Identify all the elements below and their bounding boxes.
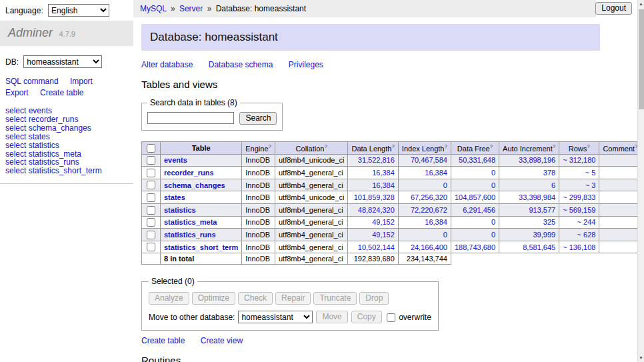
sidebar-table-link[interactable]: select recorder_runs bbox=[5, 115, 133, 124]
create-links: Create table Create view bbox=[141, 336, 600, 345]
cell-auto-increment: 39,999 bbox=[499, 229, 559, 241]
copy-button[interactable]: Copy bbox=[351, 311, 382, 323]
scroll-down-icon[interactable]: ▼ bbox=[638, 354, 644, 362]
adminer-screen: Language: English Adminer 4.7.9 DB: home… bbox=[0, 0, 644, 362]
bulk-action-button[interactable]: Repair bbox=[275, 292, 311, 305]
cell-data-length: 49,152 bbox=[348, 216, 398, 229]
search-button[interactable]: Search bbox=[239, 112, 277, 125]
rows-count-link[interactable]: ~ 628 bbox=[577, 231, 596, 239]
column-help-link[interactable]: ? bbox=[587, 143, 589, 149]
bulk-action-button[interactable]: Check bbox=[238, 292, 273, 305]
database-schema-link[interactable]: Database schema bbox=[209, 60, 273, 69]
topbar: MySQL » Server » Database: homeassistant… bbox=[133, 0, 637, 17]
table-name-link[interactable]: statistics_short_term bbox=[164, 243, 238, 251]
cell-data-free: 104,857,600 bbox=[451, 191, 499, 204]
create-table-sidebar-link[interactable]: Create table bbox=[40, 88, 83, 97]
alter-database-link[interactable]: Alter database bbox=[141, 60, 193, 69]
cell-data-length: 16,384 bbox=[348, 179, 398, 191]
row-checkbox[interactable] bbox=[147, 193, 155, 202]
create-table-link[interactable]: Create table bbox=[141, 336, 185, 345]
bulk-action-button[interactable]: Truncate bbox=[313, 292, 357, 305]
table-name-link[interactable]: schema_changes bbox=[164, 181, 225, 189]
rows-count-link[interactable]: ~ 569,159 bbox=[563, 206, 595, 214]
cell-collation: utf8mb4_general_ci bbox=[275, 179, 348, 191]
sql-command-link[interactable]: SQL command bbox=[5, 77, 59, 86]
rows-count-link[interactable]: ~ 5 bbox=[585, 169, 596, 177]
cell-index-length: 70,467,584 bbox=[398, 154, 451, 167]
cell-engine: InnoDB bbox=[242, 229, 275, 241]
row-checkbox[interactable] bbox=[147, 206, 155, 215]
row-checkbox[interactable] bbox=[147, 181, 155, 189]
cell-data-length: 49,152 bbox=[348, 229, 398, 241]
rows-count-link[interactable]: ~ 299,833 bbox=[563, 193, 595, 201]
db-selector-row: DB: homeassistant bbox=[0, 46, 133, 68]
row-checkbox[interactable] bbox=[147, 243, 155, 251]
overwrite-label: overwrite bbox=[399, 313, 431, 322]
table-name-link[interactable]: statistics_meta bbox=[164, 218, 217, 226]
move-db-select[interactable]: homeassistant bbox=[238, 311, 313, 323]
move-row: Move to other database: homeassistant Mo… bbox=[149, 311, 431, 323]
logout-button[interactable]: Logout bbox=[595, 2, 632, 15]
cell-auto-increment: 33,898,196 bbox=[499, 154, 559, 167]
bulk-action-button[interactable]: Drop bbox=[359, 292, 389, 305]
breadcrumb-server-link[interactable]: Server bbox=[179, 4, 203, 13]
bulk-action-button[interactable]: Analyze bbox=[149, 292, 189, 305]
table-name-link[interactable]: statistics bbox=[164, 206, 196, 214]
export-link[interactable]: Export bbox=[5, 88, 29, 97]
sidebar: Language: English Adminer 4.7.9 DB: home… bbox=[0, 0, 133, 184]
sidebar-table-link[interactable]: select statistics bbox=[5, 141, 133, 150]
row-checkbox[interactable] bbox=[147, 156, 155, 165]
tables-views-heading: Tables and views bbox=[141, 79, 600, 90]
cell-collation: utf8mb4_unicode_ci bbox=[275, 191, 348, 204]
privileges-link[interactable]: Privileges bbox=[289, 60, 323, 69]
table-name-link[interactable]: statistics_runs bbox=[164, 231, 216, 239]
rows-count-link[interactable]: ~ 312,180 bbox=[563, 156, 595, 164]
col-header-comment: Comment? bbox=[599, 142, 637, 155]
overwrite-checkbox[interactable] bbox=[387, 313, 395, 322]
cell-index-length: 0 bbox=[398, 229, 451, 241]
table-name-link[interactable]: events bbox=[164, 156, 187, 164]
col-header-data-length: Data Length? bbox=[348, 142, 398, 155]
column-help-link[interactable]: ? bbox=[444, 143, 447, 149]
row-checkbox[interactable] bbox=[147, 231, 155, 239]
table-row: events InnoDB utf8mb4_unicode_ci 31,522,… bbox=[142, 154, 638, 167]
row-checkbox[interactable] bbox=[147, 169, 155, 177]
column-help-link[interactable]: ? bbox=[553, 143, 555, 149]
scrollbar-thumb[interactable] bbox=[639, 9, 644, 109]
breadcrumb-mysql-link[interactable]: MySQL bbox=[140, 4, 167, 13]
row-checkbox[interactable] bbox=[147, 218, 155, 227]
create-view-link[interactable]: Create view bbox=[201, 336, 243, 345]
cell-data-length: 48,824,320 bbox=[348, 204, 398, 217]
rows-count-link[interactable]: ~ 244 bbox=[577, 218, 596, 226]
cell-engine: InnoDB bbox=[242, 179, 275, 191]
cell-index-length: 24,166,400 bbox=[398, 241, 451, 253]
scrollbar[interactable]: ▲ ▼ bbox=[637, 0, 644, 362]
column-help-link[interactable]: ? bbox=[490, 143, 493, 149]
sidebar-table-link[interactable]: select statistics_short_term bbox=[5, 167, 133, 175]
select-all-checkbox[interactable] bbox=[147, 144, 155, 153]
selected-fieldset: Selected (0) AnalyzeOptimizeCheckRepairT… bbox=[141, 277, 439, 331]
total-data-length: 192,839,680 bbox=[348, 253, 398, 265]
sidebar-table-link[interactable]: select events bbox=[5, 107, 133, 115]
search-legend: Search data in tables (8) bbox=[147, 98, 240, 107]
cell-auto-increment: 378 bbox=[499, 167, 559, 179]
sidebar-table-link[interactable]: select schema_changes bbox=[5, 124, 133, 133]
command-links: SQL command Import Export Create table bbox=[0, 68, 133, 99]
move-button[interactable]: Move bbox=[316, 311, 347, 323]
cell-comment bbox=[599, 191, 637, 204]
import-link[interactable]: Import bbox=[70, 77, 93, 86]
language-row: Language: English bbox=[0, 0, 133, 21]
column-help-link[interactable]: ? bbox=[269, 143, 271, 149]
sidebar-table-link[interactable]: select states bbox=[5, 133, 133, 141]
language-select[interactable]: English bbox=[48, 4, 109, 17]
rows-count-link[interactable]: ~ 136,108 bbox=[563, 243, 595, 251]
bulk-action-button[interactable]: Optimize bbox=[192, 292, 235, 305]
rows-count-link[interactable]: ~ 3 bbox=[585, 181, 596, 189]
table-name-link[interactable]: recorder_runs bbox=[164, 169, 214, 177]
db-select[interactable]: homeassistant bbox=[23, 55, 102, 68]
table-name-link[interactable]: states bbox=[164, 193, 185, 201]
search-input[interactable] bbox=[147, 112, 234, 124]
column-help-link[interactable]: ? bbox=[324, 143, 327, 149]
scroll-up-icon[interactable]: ▲ bbox=[638, 0, 644, 8]
column-help-link[interactable]: ? bbox=[391, 143, 394, 149]
